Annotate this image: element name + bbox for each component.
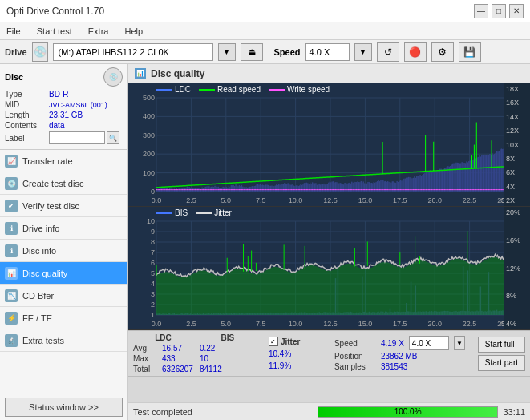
y-18x: 18X — [506, 85, 528, 93]
sidebar-item-cd-bfer[interactable]: 📉 CD Bfer — [0, 285, 127, 307]
jitter-header-row: ✓ Jitter — [269, 337, 300, 346]
write-speed-legend-label: Write speed — [287, 85, 330, 94]
close-button[interactable]: ✕ — [509, 4, 524, 18]
ldc-legend-label: LDC — [175, 85, 191, 94]
avg-label: Avg — [133, 344, 159, 353]
jitter-avg-row: 10.4% — [269, 349, 291, 358]
settings-button[interactable]: ⚙ — [431, 42, 454, 62]
y-16x: 16X — [506, 99, 528, 107]
disc-quality-icon: 📊 — [5, 267, 18, 280]
mid-label: MID — [5, 100, 49, 109]
start-part-button[interactable]: Start part — [478, 355, 525, 371]
cd-bfer-icon: 📉 — [5, 289, 18, 302]
ldc-max-row: Max 433 — [133, 354, 193, 363]
jitter-color — [196, 212, 212, 214]
fe-te-icon: ⚡ — [5, 312, 18, 325]
status-window-button[interactable]: Status window >> — [5, 398, 123, 417]
position-stat-row: Position 23862 MB — [334, 352, 465, 361]
drive-info-label: Drive info — [22, 224, 59, 233]
refresh-button[interactable]: ↺ — [377, 42, 399, 62]
sidebar-item-verify-test-disc[interactable]: ✔ Verify test disc — [0, 195, 127, 217]
progress-bar-text: 100.0% — [318, 407, 498, 417]
max-label: Max — [133, 354, 159, 363]
disc-header: Disc 💿 — [5, 67, 123, 87]
save-button[interactable]: 💾 — [459, 42, 481, 62]
bis-total-row: 84112 — [200, 365, 256, 374]
ldc-color — [156, 89, 172, 91]
type-label: Type — [5, 90, 49, 99]
drivebar: Drive 💿 (M:) ATAPI iHBS112 2 CL0K ▼ ⏏ Sp… — [0, 40, 530, 64]
type-value: BD-R — [49, 90, 68, 99]
window-controls: — □ ✕ — [474, 4, 524, 18]
sidebar: Disc 💿 Type BD-R MID JVC-AMS6L (001) Len… — [0, 64, 128, 420]
bis-y-axis-right: 20% 16% 12% 8% 4% — [504, 207, 530, 329]
status-text: Test completed — [133, 407, 313, 417]
jitter-stats-header: Jitter — [281, 337, 300, 346]
drive-selector[interactable]: (M:) ATAPI iHBS112 2 CL0K — [53, 43, 213, 61]
total-label: Total — [133, 365, 159, 374]
disc-contents-row: Contents data — [5, 121, 123, 130]
menu-start-test[interactable]: Start test — [34, 25, 75, 38]
ldc-chart: LDC Read speed Write speed 18X 16X 14X — [128, 83, 530, 207]
write-speed-color — [269, 89, 285, 91]
bis-legend-label: BIS — [175, 208, 188, 217]
ldc-chart-canvas — [128, 83, 504, 206]
drive-info-icon: ℹ — [5, 222, 18, 235]
label-input[interactable] — [49, 131, 105, 144]
sidebar-item-transfer-rate[interactable]: 📈 Transfer rate — [0, 150, 127, 172]
speed-stat-label: Speed — [334, 339, 376, 348]
jitter-max-row: 11.9% — [269, 361, 291, 370]
speed-dropdown-sm[interactable]: ▼ — [454, 336, 465, 350]
transfer-rate-label: Transfer rate — [22, 156, 73, 166]
jitter-section: ✓ Jitter 10.4% 11.9% — [269, 337, 300, 370]
y-12x: 12X — [506, 127, 528, 135]
menu-file[interactable]: File — [3, 25, 24, 38]
y-14x: 14X — [506, 113, 528, 121]
jitter-legend-label: Jitter — [214, 208, 232, 217]
sidebar-item-disc-info[interactable]: ℹ Disc info — [0, 240, 127, 262]
minimize-button[interactable]: — — [474, 4, 488, 18]
ldc-total-row: Total 6326207 — [133, 365, 193, 374]
jitter-checkbox[interactable]: ✓ — [269, 337, 278, 346]
disc-title: Disc — [5, 72, 23, 82]
maximize-button[interactable]: □ — [492, 4, 506, 18]
eject-button[interactable]: ⏏ — [241, 43, 263, 61]
y-16pct: 16% — [506, 236, 528, 244]
main-area: Disc 💿 Type BD-R MID JVC-AMS6L (001) Len… — [0, 64, 530, 420]
contents-label: Contents — [5, 121, 49, 130]
ldc-y-axis-right: 18X 16X 14X 12X 10X 8X 6X 4X 2X — [504, 83, 530, 206]
speed-selector[interactable]: 4.0 X — [305, 43, 350, 61]
start-full-button[interactable]: Start full — [478, 337, 525, 353]
ldc-stats-col: LDC Avg 16.57 Max 433 Total 6326207 — [133, 333, 193, 374]
sidebar-item-fe-te[interactable]: ⚡ FE / TE — [0, 307, 127, 329]
bis-avg-value: 0.22 — [200, 344, 215, 353]
drive-dropdown-arrow[interactable]: ▼ — [218, 43, 236, 61]
stats-bar: LDC Avg 16.57 Max 433 Total 6326207 — [128, 330, 530, 402]
read-speed-color — [199, 89, 215, 91]
sidebar-item-drive-info[interactable]: ℹ Drive info — [0, 217, 127, 240]
label-label: Label — [5, 134, 49, 143]
time-display: 33:11 — [503, 407, 525, 417]
extra-tests-icon: 🔬 — [5, 334, 18, 347]
jitter-max-value: 11.9% — [269, 361, 291, 370]
sidebar-item-disc-quality[interactable]: 📊 Disc quality — [0, 262, 127, 285]
speed-dropdown-arrow[interactable]: ▼ — [354, 43, 372, 61]
speed-label: Speed — [274, 47, 301, 57]
sidebar-item-create-test-disc[interactable]: 💿 Create test disc — [0, 172, 127, 195]
menu-help[interactable]: Help — [121, 25, 146, 38]
chart-header-icon: 📊 — [135, 68, 146, 79]
verify-test-label: Verify test disc — [22, 201, 79, 211]
disc-info-label: Disc info — [22, 246, 56, 256]
ldc-avg-row: Avg 16.57 — [133, 344, 193, 353]
chart-title: Disc quality — [151, 68, 204, 79]
label-icon-button[interactable]: 🔍 — [107, 131, 119, 144]
create-test-label: Create test disc — [22, 179, 83, 188]
burn-button[interactable]: 🔴 — [404, 42, 427, 62]
ldc-legend-item: LDC — [156, 85, 191, 94]
sidebar-item-extra-tests[interactable]: 🔬 Extra tests — [0, 329, 127, 352]
samples-stat-row: Samples 381543 — [334, 362, 465, 371]
samples-stat-value: 381543 — [381, 362, 407, 371]
menu-extra[interactable]: Extra — [85, 25, 112, 38]
content-area: 📊 Disc quality LDC Read speed — [128, 64, 530, 420]
speed-select-sm[interactable]: 4.0 X — [409, 336, 449, 350]
